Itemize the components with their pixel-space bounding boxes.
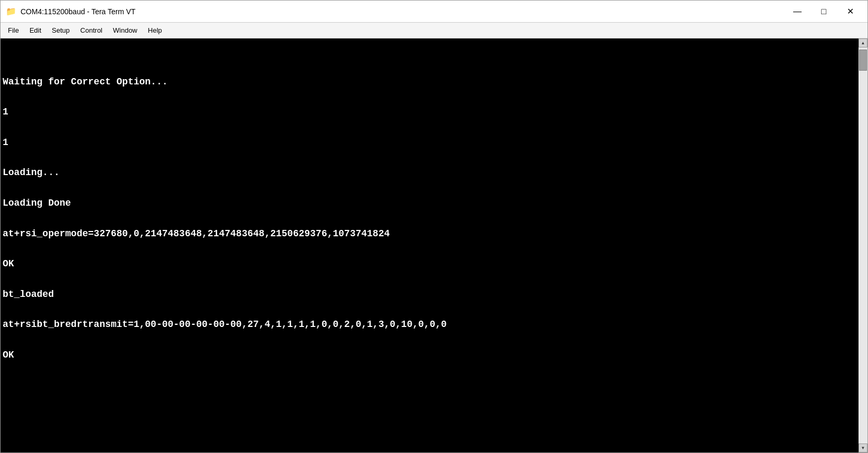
terminal-line: 1	[3, 135, 856, 150]
window-controls: — □ ✕	[785, 4, 862, 20]
title-bar-left: 📁 COM4:115200baud - Tera Term VT	[6, 6, 135, 17]
minimize-button[interactable]: —	[785, 4, 810, 20]
menu-help[interactable]: Help	[143, 25, 168, 36]
title-bar: 📁 COM4:115200baud - Tera Term VT — □ ✕	[1, 1, 867, 23]
terminal-line: Loading Done	[3, 196, 856, 211]
menu-edit[interactable]: Edit	[24, 25, 46, 36]
menu-bar: File Edit Setup Control Window Help	[1, 23, 867, 38]
main-window: 📁 COM4:115200baud - Tera Term VT — □ ✕ F…	[0, 0, 868, 453]
maximize-button[interactable]: □	[812, 4, 836, 20]
menu-setup[interactable]: Setup	[46, 25, 75, 36]
scroll-thumb[interactable]	[859, 50, 867, 71]
scroll-down-arrow[interactable]: ▼	[859, 444, 867, 452]
terminal-line: 1	[3, 104, 856, 120]
menu-control[interactable]: Control	[75, 25, 108, 36]
terminal-line: Loading...	[3, 165, 856, 180]
terminal-container: Waiting for Correct Option... 1 1 Loadin…	[1, 38, 867, 452]
scroll-up-arrow[interactable]: ▲	[859, 38, 867, 47]
terminal-line: at+rsi_opermode=327680,0,2147483648,2147…	[3, 226, 856, 242]
terminal-line: Waiting for Correct Option...	[3, 74, 856, 90]
menu-window[interactable]: Window	[108, 25, 142, 36]
terminal-line: OK	[3, 348, 856, 363]
window-title: COM4:115200baud - Tera Term VT	[21, 7, 135, 16]
scrollbar: ▲ ▼	[859, 38, 867, 452]
terminal-output[interactable]: Waiting for Correct Option... 1 1 Loadin…	[1, 38, 859, 452]
scroll-track	[859, 47, 867, 444]
terminal-line: OK	[3, 256, 856, 272]
app-icon: 📁	[6, 6, 16, 17]
menu-file[interactable]: File	[3, 25, 24, 36]
terminal-line: bt_loaded	[3, 287, 856, 302]
close-button[interactable]: ✕	[838, 4, 862, 20]
terminal-line: at+rsibt_bredrtransmit=1,00-00-00-00-00-…	[3, 317, 856, 332]
